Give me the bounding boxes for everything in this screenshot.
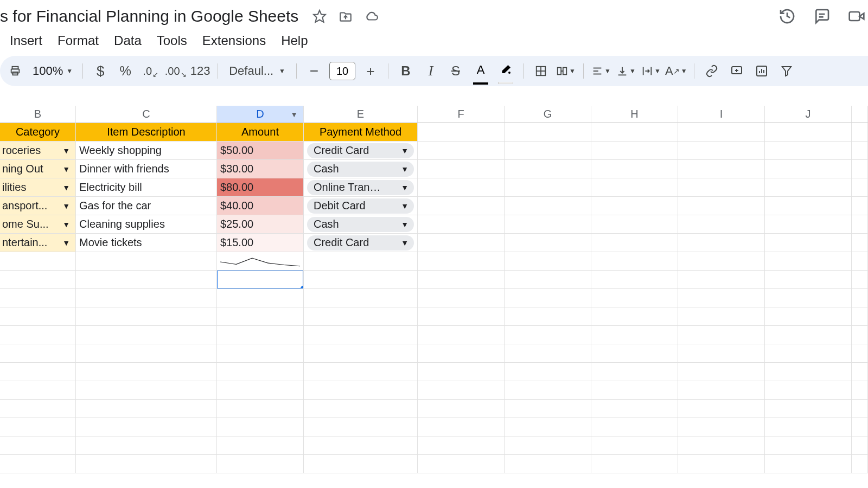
cell[interactable] — [591, 326, 678, 344]
cell[interactable] — [0, 455, 76, 473]
cell[interactable] — [304, 381, 418, 400]
payment-cell[interactable]: Cash▼ — [304, 215, 418, 234]
cell[interactable] — [505, 160, 591, 178]
cell[interactable] — [765, 381, 852, 400]
percent-button[interactable]: % — [114, 60, 136, 82]
cell[interactable] — [678, 252, 765, 271]
cell[interactable] — [76, 326, 217, 344]
cell[interactable] — [505, 436, 591, 455]
col-header-J[interactable]: J — [765, 106, 852, 123]
cell[interactable] — [418, 289, 505, 307]
cell[interactable] — [418, 252, 505, 271]
spreadsheet-grid[interactable]: B C D▼ E F G H I J Category Item Descrip… — [0, 106, 868, 473]
insert-link-button[interactable] — [701, 60, 723, 82]
cell[interactable] — [505, 234, 591, 252]
cell[interactable] — [304, 289, 418, 307]
menu-insert[interactable]: Insert — [10, 33, 42, 48]
cell[interactable] — [852, 271, 868, 289]
cell[interactable] — [678, 363, 765, 381]
strikethrough-button[interactable]: S — [445, 60, 467, 82]
cell[interactable] — [678, 418, 765, 436]
cell[interactable] — [678, 436, 765, 455]
cell[interactable] — [76, 344, 217, 363]
cell[interactable] — [217, 289, 304, 307]
cell[interactable] — [765, 344, 852, 363]
chevron-down-icon[interactable]: ▼ — [62, 165, 70, 174]
comment-icon[interactable] — [813, 7, 831, 25]
font-family-select[interactable]: Defaul... ▼ — [225, 64, 290, 78]
cell[interactable] — [678, 197, 765, 215]
amount-cell[interactable]: $15.00 — [217, 234, 304, 252]
payment-chip[interactable]: Credit Card▼ — [307, 235, 414, 251]
cell[interactable] — [765, 436, 852, 455]
insert-comment-button[interactable] — [726, 60, 748, 82]
cell[interactable] — [217, 455, 304, 473]
cell[interactable] — [217, 344, 304, 363]
cell[interactable] — [0, 289, 76, 307]
payment-cell[interactable]: Online Tran…▼ — [304, 178, 418, 197]
cell[interactable] — [852, 197, 868, 215]
text-color-button[interactable]: A — [470, 60, 492, 82]
cell[interactable] — [505, 326, 591, 344]
cell[interactable] — [217, 418, 304, 436]
cell[interactable] — [678, 215, 765, 234]
cell[interactable] — [852, 381, 868, 400]
borders-button[interactable] — [530, 60, 552, 82]
cell[interactable] — [678, 123, 765, 142]
cell[interactable] — [76, 436, 217, 455]
cell[interactable] — [852, 400, 868, 418]
cell[interactable] — [505, 123, 591, 142]
cell[interactable] — [765, 418, 852, 436]
category-cell[interactable]: ntertain...▼ — [0, 234, 76, 252]
cell[interactable] — [505, 381, 591, 400]
chevron-down-icon[interactable]: ▼ — [62, 146, 70, 155]
cell[interactable] — [591, 400, 678, 418]
cell[interactable] — [304, 344, 418, 363]
cell[interactable] — [678, 160, 765, 178]
cell[interactable] — [217, 381, 304, 400]
cell[interactable] — [765, 252, 852, 271]
menu-extensions[interactable]: Extensions — [202, 33, 266, 48]
cell[interactable] — [418, 178, 505, 197]
payment-cell[interactable]: Credit Card▼ — [304, 142, 418, 160]
cell[interactable] — [418, 381, 505, 400]
menu-format[interactable]: Format — [58, 33, 99, 48]
cell[interactable] — [591, 215, 678, 234]
cell[interactable] — [304, 271, 418, 289]
cell[interactable] — [505, 344, 591, 363]
cell[interactable] — [505, 252, 591, 271]
cell[interactable] — [765, 400, 852, 418]
menu-help[interactable]: Help — [281, 33, 308, 48]
insert-chart-button[interactable] — [751, 60, 773, 82]
category-cell[interactable]: roceries▼ — [0, 142, 76, 160]
amount-cell[interactable]: $80.00 — [217, 178, 304, 197]
document-title[interactable]: s for Financial Planning in Google Sheet… — [0, 7, 298, 25]
cell[interactable] — [678, 142, 765, 160]
cell[interactable] — [76, 363, 217, 381]
cell[interactable] — [0, 436, 76, 455]
cell[interactable] — [765, 363, 852, 381]
cell[interactable] — [304, 307, 418, 326]
history-icon[interactable] — [778, 7, 796, 25]
col-header-H[interactable]: H — [591, 106, 678, 123]
merge-cells-button[interactable]: ▼ — [555, 60, 577, 82]
cell[interactable] — [852, 326, 868, 344]
cell[interactable] — [852, 436, 868, 455]
italic-button[interactable]: I — [420, 60, 442, 82]
cell[interactable] — [765, 307, 852, 326]
cell[interactable] — [765, 215, 852, 234]
cell[interactable] — [765, 234, 852, 252]
cell[interactable] — [591, 436, 678, 455]
cell[interactable] — [852, 307, 868, 326]
cell[interactable] — [852, 344, 868, 363]
cell[interactable] — [418, 400, 505, 418]
cell[interactable] — [0, 418, 76, 436]
fill-color-button[interactable] — [495, 60, 516, 82]
cell[interactable] — [591, 123, 678, 142]
cell[interactable] — [418, 123, 505, 142]
cell[interactable] — [418, 326, 505, 344]
payment-cell[interactable]: Cash▼ — [304, 160, 418, 178]
selected-cell[interactable] — [217, 271, 304, 289]
description-cell[interactable]: Gas for the car — [76, 197, 217, 215]
cell[interactable] — [0, 400, 76, 418]
